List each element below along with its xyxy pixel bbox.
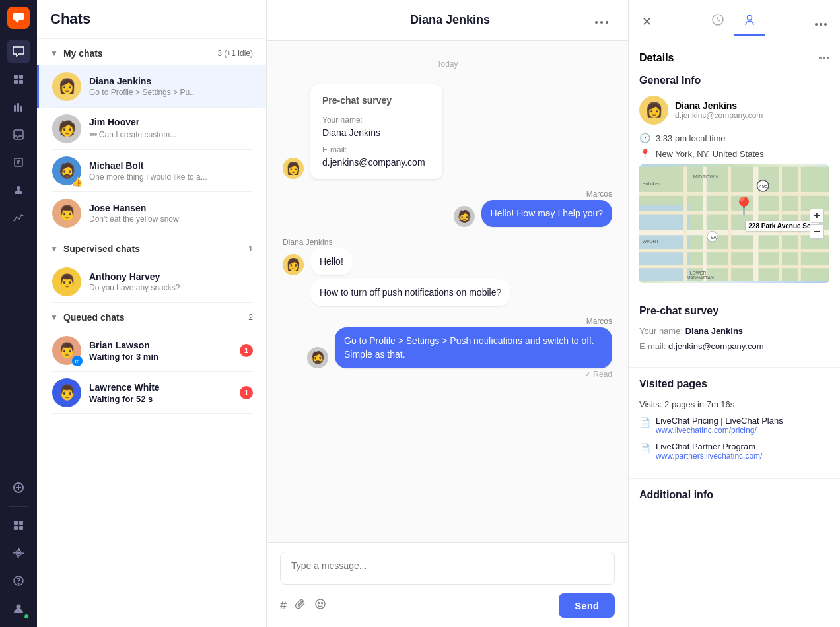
typing-indicator: ••• bbox=[89, 129, 96, 141]
survey-bubble: Pre-chat survey Your name: Diana Jenkins… bbox=[310, 84, 442, 179]
my-chats-section-header[interactable]: ▼ My chats 3 (+1 idle) bbox=[37, 39, 266, 65]
my-chats-label-row: ▼ My chats bbox=[50, 48, 103, 59]
survey-name-label: Your name: bbox=[322, 114, 431, 126]
map-container[interactable]: MIDTOWN Hoboken WPORT LOWER MANHATTAN 9A… bbox=[639, 164, 829, 283]
chat-info-jose: Jose Hansen Don't eat the yellow snow! bbox=[89, 203, 253, 224]
page-item-1: 📄 LiveChat Pricing | LiveChat Plans www.… bbox=[639, 416, 829, 435]
avatar-diana: 👩 bbox=[52, 72, 81, 101]
message-group-marcos1: Marcos Hello! How may I help you? 🧔 bbox=[283, 189, 612, 227]
nav-apps[interactable] bbox=[7, 513, 30, 537]
unread-badge-lawrence: 1 bbox=[240, 386, 253, 399]
survey-name-label: Your name: bbox=[639, 326, 683, 336]
queued-chats-chevron: ▼ bbox=[50, 313, 58, 322]
page-url-2[interactable]: www.partners.livechatinc.com/ bbox=[656, 451, 762, 461]
svg-point-37 bbox=[819, 57, 822, 59]
chat-item-anthony[interactable]: 👨 Anthony Harvey Do you have any snacks? bbox=[37, 261, 266, 303]
page-text-1: LiveChat Pricing | LiveChat Plans www.li… bbox=[656, 416, 783, 435]
survey-title: Pre-chat survey bbox=[322, 94, 431, 108]
svg-text:9A: 9A bbox=[711, 235, 717, 240]
chat-item-michael[interactable]: 🧔 👍 Michael Bolt One more thing I would … bbox=[37, 150, 266, 192]
svg-point-38 bbox=[823, 57, 825, 59]
chat-preview-anthony: Do you have any snacks? bbox=[89, 283, 253, 292]
chat-info-anthony: Anthony Harvey Do you have any snacks? bbox=[89, 271, 253, 292]
sender-marcos-2: Marcos bbox=[586, 317, 612, 326]
zoom-in-button[interactable]: + bbox=[810, 209, 824, 223]
svg-point-13 bbox=[17, 186, 20, 190]
nav-settings[interactable] bbox=[7, 541, 30, 565]
additional-info-section: Additional info bbox=[629, 478, 840, 521]
left-nav bbox=[0, 0, 37, 627]
nav-tickets[interactable] bbox=[7, 150, 30, 174]
nav-team[interactable] bbox=[7, 178, 30, 202]
avatar-jose: 👨 bbox=[52, 199, 81, 228]
right-panel-header: ✕ bbox=[629, 0, 840, 44]
supervised-chats-count: 1 bbox=[248, 244, 253, 253]
chat-name-anthony: Anthony Harvey bbox=[89, 271, 253, 282]
tab-details[interactable] bbox=[734, 8, 765, 36]
input-actions: # Send bbox=[280, 593, 615, 618]
hashtag-button[interactable]: # bbox=[280, 599, 287, 612]
send-button[interactable]: Send bbox=[559, 593, 615, 618]
svg-rect-47 bbox=[683, 167, 687, 281]
svg-rect-6 bbox=[14, 105, 16, 112]
svg-point-39 bbox=[827, 57, 829, 59]
location-row: 📍 New York, NY, United States bbox=[639, 148, 829, 159]
svg-marker-1 bbox=[15, 20, 19, 23]
chat-item-brian[interactable]: 👨 m Brian Lawson Waiting for 3 min 1 bbox=[37, 329, 266, 372]
nav-analytics[interactable] bbox=[7, 206, 30, 230]
queued-chats-label-row: ▼ Queued chats bbox=[50, 312, 124, 323]
queued-chats-count: 2 bbox=[248, 313, 253, 322]
chat-item-jim[interactable]: 🧑 Jim Hoover ••• Can I create custom... bbox=[37, 108, 266, 150]
chat-name-jose: Jose Hansen bbox=[89, 203, 253, 213]
page-icon-2: 📄 bbox=[639, 443, 650, 453]
nav-reports[interactable] bbox=[7, 95, 30, 119]
tab-history[interactable] bbox=[702, 8, 734, 36]
bubble-diana1: Hello! bbox=[310, 248, 353, 275]
nav-inbox[interactable] bbox=[7, 123, 30, 147]
svg-text:LOWER: LOWER bbox=[690, 271, 707, 275]
right-more-button[interactable] bbox=[812, 13, 829, 32]
survey-email-row: E-mail: d.jenkins@company.com bbox=[639, 341, 829, 351]
visits-meta: Visits: 2 pages in 7m 16s bbox=[639, 399, 829, 409]
nav-grid[interactable] bbox=[7, 67, 30, 91]
my-chats-label: My chats bbox=[63, 48, 103, 59]
svg-point-26 bbox=[595, 21, 598, 24]
chat-info-michael: Michael Bolt One more thing I would like… bbox=[89, 160, 253, 182]
chat-item-lawrence[interactable]: 👨 Lawrence White Waiting for 52 s 1 bbox=[37, 372, 266, 414]
svg-text:MIDTOWN: MIDTOWN bbox=[693, 174, 718, 180]
my-chats-count: 3 (+1 idle) bbox=[217, 49, 253, 58]
svg-rect-20 bbox=[19, 526, 23, 530]
nav-help[interactable] bbox=[7, 569, 30, 593]
svg-point-34 bbox=[815, 23, 818, 26]
chat-name-diana: Diana Jenkins bbox=[89, 76, 253, 86]
chat-preview-jose: Don't eat the yellow snow! bbox=[89, 214, 253, 224]
nav-user-status[interactable] bbox=[7, 597, 30, 620]
svg-text:MANHATTAN: MANHATTAN bbox=[687, 275, 714, 280]
sidebar-title: Chats bbox=[37, 0, 266, 39]
chat-item-jose[interactable]: 👨 Jose Hansen Don't eat the yellow snow! bbox=[37, 192, 266, 234]
survey-email-value-text: d.jenkins@company.com bbox=[668, 341, 763, 351]
supervised-chats-section-header[interactable]: ▼ Supervised chats 1 bbox=[37, 234, 266, 261]
clock-icon: 🕐 bbox=[639, 133, 650, 143]
main-chat: Diana Jenkins Today 👩 Pre-chat survey Yo… bbox=[267, 0, 629, 627]
map-background: MIDTOWN Hoboken WPORT LOWER MANHATTAN 9A… bbox=[639, 164, 829, 283]
page-title-2: LiveChat Partner Program bbox=[656, 442, 762, 451]
nav-chats[interactable] bbox=[7, 40, 30, 63]
emoji-button[interactable] bbox=[314, 598, 326, 613]
message-input[interactable] bbox=[280, 552, 615, 585]
chat-item-diana[interactable]: 👩 Diana Jenkins Go to Profile > Settings… bbox=[37, 65, 266, 108]
survey-name-value-text: Diana Jenkins bbox=[685, 326, 743, 336]
messenger-badge: m bbox=[72, 356, 83, 366]
close-panel-button[interactable]: ✕ bbox=[639, 12, 654, 32]
survey-field-name: Your name: Diana Jenkins bbox=[322, 114, 431, 140]
more-options-button[interactable] bbox=[591, 11, 612, 30]
avatar-anthony: 👨 bbox=[52, 267, 81, 296]
zoom-out-button[interactable]: − bbox=[810, 224, 824, 239]
queued-chats-section-header[interactable]: ▼ Queued chats 2 bbox=[37, 303, 266, 329]
svg-point-29 bbox=[316, 599, 325, 609]
page-url-1[interactable]: www.livechatinc.com/pricing/ bbox=[656, 426, 783, 435]
nav-add[interactable] bbox=[7, 476, 30, 500]
pre-chat-survey-title: Pre-chat survey bbox=[639, 305, 829, 317]
map-pin: 📍 bbox=[732, 196, 755, 218]
attachment-button[interactable] bbox=[295, 598, 306, 613]
